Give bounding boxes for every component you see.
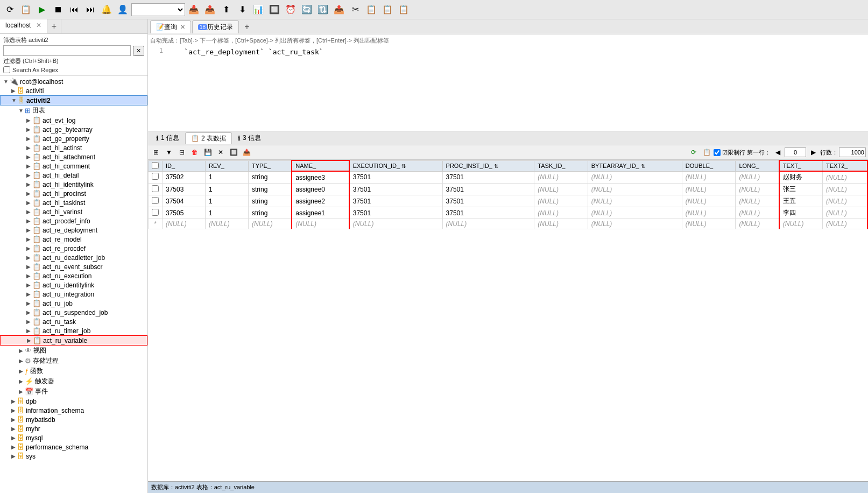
result-tab-2[interactable]: 📋 2 表数据 [185, 132, 232, 144]
result-filter-btn[interactable]: 🔲 [228, 146, 239, 158]
localhost-tab[interactable]: localhost ✕ [0, 19, 47, 33]
tree-act_hi_procinst[interactable]: ▶📋act_hi_procinst [0, 189, 147, 198]
tree-perf_schema[interactable]: ▶🗄performance_schema [0, 442, 147, 452]
search-as-regex-checkbox[interactable] [3, 66, 10, 73]
row-checkbox[interactable] [149, 171, 163, 184]
tree-act_re_procdef[interactable]: ▶📋act_re_procdef [0, 244, 147, 253]
row-select-3[interactable] [152, 197, 159, 204]
alert-btn[interactable]: 🔔 [99, 2, 114, 17]
user-btn[interactable]: 👤 [115, 2, 130, 17]
up-btn[interactable]: ⬆ [218, 2, 234, 17]
col-procid-header[interactable]: PROC_INST_ID_ ⇅ [442, 160, 534, 171]
col-execid-header[interactable]: EXECUTION_ID_ ⇅ [349, 160, 442, 171]
tree-activiti2[interactable]: ▼ 🗄 activiti2 [0, 95, 147, 105]
row-select-4[interactable] [152, 209, 159, 216]
tree-act_hi_comment[interactable]: ▶📋act_hi_comment [0, 161, 147, 171]
page-prev-btn[interactable]: ◀ [772, 146, 784, 158]
tree-act_procdef_info[interactable]: ▶📋act_procdef_info [0, 216, 147, 226]
sync-btn[interactable]: 🔄 [299, 2, 314, 17]
tree-act_ru_execution[interactable]: ▶📋act_ru_execution [0, 271, 147, 280]
filter-clear-btn[interactable]: ✕ [133, 46, 144, 56]
add-tab-btn[interactable]: + [47, 19, 61, 33]
next-btn[interactable]: ⏭ [83, 2, 98, 17]
table-row[interactable]: 37505 1 string assignee1 37501 37501 (NU… [149, 207, 868, 219]
tree-root[interactable]: ▼ 🔌 root@localhost [0, 77, 147, 86]
result-tab-1[interactable]: ℹ 1 信息 [150, 132, 185, 144]
stop-btn[interactable]: ⏹ [51, 2, 66, 17]
rows-input[interactable] [839, 147, 866, 157]
copy3-btn[interactable]: 📋 [396, 2, 411, 17]
tree-act_hi_varinst[interactable]: ▶📋act_hi_varinst [0, 207, 147, 216]
tree-mybatisdb[interactable]: ▶🗄mybatisdb [0, 415, 147, 424]
result-nav-end-btn[interactable]: ⟳ [688, 146, 700, 158]
result-prev-btn[interactable]: ⊟ [176, 146, 188, 158]
prev-btn[interactable]: ⏮ [67, 2, 82, 17]
tree-act_hi_taskinst[interactable]: ▶📋act_hi_taskinst [0, 198, 147, 207]
col-type-header[interactable]: TYPE_ [249, 160, 292, 171]
tree-activiti[interactable]: ▶ 🗄 activiti [0, 86, 147, 95]
export-btn[interactable]: 📤 [202, 2, 217, 17]
filter-input[interactable] [3, 45, 131, 56]
grid-btn[interactable]: 🔲 [267, 2, 282, 17]
tree-act_ru_job[interactable]: ▶📋act_ru_job [0, 299, 147, 308]
result-discard-btn[interactable]: ✕ [215, 146, 227, 158]
tree-tables-group[interactable]: ▼ ⊞ 田表 [0, 105, 147, 116]
tree-myhr[interactable]: ▶🗄myhr [0, 424, 147, 433]
tree-act_hi_identitylink[interactable]: ▶📋act_hi_identitylink [0, 180, 147, 189]
rotate-btn[interactable]: 🔃 [315, 2, 330, 17]
tree-procs-group[interactable]: ▶⚙存储过程 [0, 356, 147, 366]
col-rev-header[interactable]: REV_ [206, 160, 249, 171]
close-tab-icon[interactable]: ✕ [36, 22, 41, 29]
limit-checkbox[interactable] [714, 149, 721, 156]
page-next-btn[interactable]: ▶ [807, 146, 819, 158]
page-input[interactable] [785, 147, 806, 157]
result-del-btn[interactable]: 🗑 [189, 146, 201, 158]
tree-act_ru_timer_job[interactable]: ▶📋act_ru_timer_job [0, 326, 147, 335]
tree-act_ge_property[interactable]: ▶📋act_ge_property [0, 134, 147, 143]
tree-act_re_model[interactable]: ▶📋act_re_model [0, 235, 147, 244]
result-save-btn[interactable]: 💾 [202, 146, 214, 158]
tree-dpb[interactable]: ▶🗄dpb [0, 397, 147, 406]
tree-sys[interactable]: ▶🗄sys [0, 452, 147, 461]
query-tab-1[interactable]: 📝 查询 ✕ [150, 20, 191, 33]
col-bytearrayid-header[interactable]: BYTEARRAY_ID_ ⇅ [588, 160, 682, 171]
result-export-btn[interactable]: 📤 [241, 146, 252, 158]
query-editor[interactable]: 自动完成：[Tab]-> 下一个标签，[Ctrl+Space]-> 列出所有标签… [148, 34, 868, 131]
db-selector[interactable]: activiti2 [131, 3, 185, 16]
table-row[interactable]: 37502 1 string assignee3 37501 37501 (NU… [149, 171, 868, 184]
result-add-btn[interactable]: ▼ [163, 146, 175, 158]
cut-btn[interactable]: ✂ [348, 2, 363, 17]
result-tab-3[interactable]: ℹ 3 信息 [232, 132, 267, 144]
tree-act_ru_integration[interactable]: ▶📋act_ru_integration [0, 290, 147, 299]
row-checkbox[interactable] [149, 207, 163, 219]
upload-btn[interactable]: 📤 [331, 2, 347, 17]
schedule-btn[interactable]: ⏰ [283, 2, 298, 17]
col-text2-header[interactable]: TEXT2_ [823, 160, 867, 171]
col-checkbox-header[interactable] [149, 160, 163, 171]
col-taskid-header[interactable]: TASK_ID_ [534, 160, 588, 171]
tree-act_hi_detail[interactable]: ▶📋act_hi_detail [0, 171, 147, 180]
tree-act_hi_attachment[interactable]: ▶📋act_hi_attachment [0, 152, 147, 161]
table-btn[interactable]: 📊 [251, 2, 266, 17]
tree-funcs-group[interactable]: ▶ƒ函数 [0, 366, 147, 376]
tree-act_ru_deadletter_job[interactable]: ▶📋act_ru_deadletter_job [0, 253, 147, 262]
col-long-header[interactable]: LONG_ [736, 160, 779, 171]
tree-act_ru_variable[interactable]: ▶📋act_ru_variable [0, 335, 147, 346]
import-btn[interactable]: 📥 [186, 2, 201, 17]
history-tab[interactable]: 18 历史记录 [192, 20, 239, 33]
tree-info_schema[interactable]: ▶🗄information_schema [0, 406, 147, 415]
down-btn[interactable]: ⬇ [235, 2, 250, 17]
tree-triggers-group[interactable]: ▶⚡触发器 [0, 376, 147, 386]
row-select-2[interactable] [152, 185, 159, 192]
table-row[interactable]: 37504 1 string assignee2 37501 37501 (NU… [149, 195, 868, 207]
select-all-checkbox[interactable] [152, 162, 159, 169]
tree-act_ge_bytearray[interactable]: ▶📋act_ge_bytearray [0, 125, 147, 134]
tree-act_ru_task[interactable]: ▶📋act_ru_task [0, 317, 147, 326]
tree-events-group[interactable]: ▶📅事件 [0, 386, 147, 397]
table-row[interactable]: 37503 1 string assignee0 37501 37501 (NU… [149, 184, 868, 195]
tree-mysql[interactable]: ▶🗄mysql [0, 433, 147, 442]
tree-act_evt_log[interactable]: ▶📋act_evt_log [0, 116, 147, 125]
new-table-btn[interactable]: 📋 [18, 2, 33, 17]
tree-act_ru_event_subscr[interactable]: ▶📋act_ru_event_subscr [0, 262, 147, 271]
add-query-tab-btn[interactable]: + [240, 21, 253, 33]
